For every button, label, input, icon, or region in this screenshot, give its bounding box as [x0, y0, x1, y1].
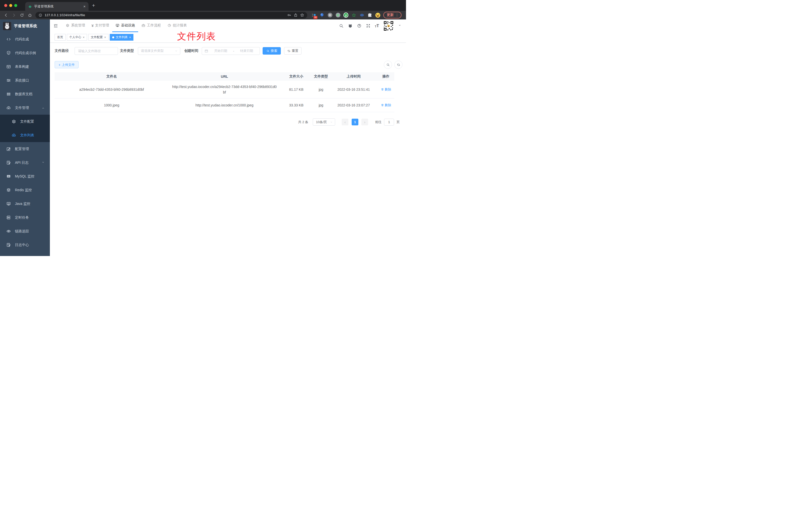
github-icon[interactable] — [348, 24, 353, 28]
close-icon[interactable]: × — [104, 36, 106, 39]
sidebar-item-code-generation[interactable]: 代码生成 — [0, 32, 50, 46]
sidebar-item-system-api[interactable]: 系统接口 — [0, 73, 50, 87]
new-tab-button[interactable]: + — [92, 3, 95, 8]
chevron-up-icon — [41, 106, 45, 110]
site-info-icon[interactable] — [38, 13, 42, 17]
menu-item-workflow[interactable]: 工作流程 — [138, 20, 164, 32]
forward-icon[interactable] — [10, 12, 17, 19]
sidebar-item-api-log[interactable]: API 日志 — [0, 156, 50, 170]
extension-command-icon[interactable]: ⌘ — [327, 13, 332, 18]
sidebar-item-file-list[interactable]: 文件列表 — [0, 128, 50, 142]
extension-diamond-icon[interactable]: 11 — [312, 13, 316, 18]
page-unit-label: 页 — [397, 120, 400, 124]
sidebar-item-scheduled-tasks[interactable]: 定时任务 — [0, 211, 50, 224]
browser-tab[interactable]: 芋道管理系统 × — [25, 2, 89, 11]
browser-update-button[interactable]: 更新 ⋮ — [383, 12, 402, 19]
log-edit-icon — [6, 243, 11, 247]
password-key-icon[interactable] — [287, 13, 291, 17]
extension-badge: 11 — [314, 16, 317, 19]
window-close-button[interactable] — [4, 4, 7, 7]
rabbit-logo-icon — [3, 22, 11, 30]
prev-page-button[interactable]: ‹ — [342, 119, 348, 125]
extension-balloon-icon[interactable] — [319, 13, 324, 18]
sidebar-item-mysql-monitor[interactable]: MySQL 监控 — [0, 170, 50, 183]
window-zoom-button[interactable] — [14, 4, 17, 7]
table-tools — [384, 61, 403, 69]
sidebar-item-form-builder[interactable]: 表单构建 — [0, 60, 50, 73]
avatar-caret-down-icon[interactable] — [398, 24, 402, 28]
upload-file-button[interactable]: + 上传文件 — [55, 61, 79, 68]
end-date-input[interactable]: 结束日期 — [236, 49, 257, 53]
menu-item-infrastructure[interactable]: 基础设施 — [112, 20, 138, 32]
close-icon[interactable]: × — [83, 36, 85, 39]
cell-filename: 1000.jpeg — [55, 103, 169, 107]
next-page-button[interactable]: › — [361, 119, 368, 125]
sidebar-item-java-monitor[interactable]: Java 监控 — [0, 197, 50, 211]
menu-item-system[interactable]: 系统管理 — [62, 20, 88, 32]
tab-close-icon[interactable]: × — [83, 4, 86, 8]
app: 芋道管理系统 代码生成 代码生成示例 表单构建 系统接口 数据库文档 — [0, 20, 406, 256]
menu-item-payment[interactable]: ¥ 支付管理 — [88, 20, 112, 32]
home-icon[interactable] — [26, 12, 33, 19]
sidebar-item-file-config[interactable]: 文件配置 — [0, 115, 50, 128]
extensions-row: 11 ⌘ y 更新 ⋮ — [312, 12, 402, 19]
delete-button[interactable]: 删除 — [381, 87, 391, 92]
red-annotation-text: 文件列表 — [177, 32, 216, 41]
window-controls — [0, 4, 21, 7]
gear-icon — [66, 24, 69, 27]
extension-eye-icon[interactable] — [359, 13, 364, 18]
page-number-1[interactable]: 1 — [352, 119, 358, 125]
toggle-search-button[interactable] — [384, 61, 392, 69]
search-button[interactable]: 搜索 — [263, 47, 281, 55]
sidebar-item-code-example[interactable]: 代码生成示例 — [0, 46, 50, 60]
avatar-qr-code[interactable] — [383, 21, 394, 31]
file-type-select[interactable]: 请选择文件类型 — [138, 47, 180, 55]
delete-button[interactable]: 删除 — [381, 103, 391, 108]
close-icon[interactable]: × — [129, 36, 131, 39]
cell-url: http://test.yudao.iocoder.cn/a294ecb2-73… — [169, 84, 280, 95]
address-bar[interactable]: 127.0.0.1:1024/infra/file/file — [35, 12, 307, 19]
start-date-input[interactable]: 开始日期 — [210, 49, 231, 53]
file-path-input[interactable] — [75, 47, 118, 55]
sidebar-logo[interactable]: 芋道管理系统 — [0, 20, 50, 32]
tag-file-config[interactable]: 文件配置× — [88, 34, 109, 41]
browser-profile-avatar[interactable] — [375, 13, 380, 18]
tag-profile[interactable]: 个人中心× — [67, 34, 87, 41]
sidebar-submenu-file: 文件配置 文件列表 — [0, 115, 50, 142]
browser-menu-icon[interactable]: ⋮ — [395, 13, 399, 17]
sidebar-item-file-management[interactable]: 文件管理 — [0, 101, 50, 115]
bookmark-star-icon[interactable] — [300, 13, 304, 17]
extension-green-dot-icon[interactable] — [336, 13, 340, 18]
jump-page-input[interactable] — [384, 119, 394, 126]
reload-icon[interactable] — [19, 12, 25, 19]
schedule-icon — [6, 215, 11, 220]
font-size-icon[interactable]: TT — [375, 24, 379, 28]
refresh-table-button[interactable] — [394, 61, 403, 69]
window-minimize-button[interactable] — [9, 4, 12, 7]
extension-y-icon[interactable]: y — [343, 13, 348, 18]
extensions-puzzle-icon[interactable] — [367, 13, 372, 18]
extension-green-star-icon[interactable] — [351, 13, 356, 18]
sidebar-item-config-management[interactable]: 配置管理 — [0, 142, 50, 156]
menu-item-reports[interactable]: 统计报表 — [164, 20, 190, 32]
fullscreen-icon[interactable] — [366, 24, 371, 28]
sidebar-item-log-center[interactable]: 日志中心 — [0, 238, 50, 252]
database-grid-icon — [6, 92, 11, 96]
sidebar-item-redis-monitor[interactable]: Redis 监控 — [0, 183, 50, 197]
layers-icon — [6, 188, 11, 192]
sidebar-collapse-icon[interactable] — [53, 23, 58, 28]
back-icon[interactable] — [2, 12, 9, 19]
help-icon[interactable] — [357, 24, 361, 28]
eye-icon — [6, 229, 11, 234]
tag-home[interactable]: 首页 — [55, 34, 66, 41]
url-text[interactable]: 127.0.0.1:1024/infra/file/file — [45, 13, 285, 17]
search-icon[interactable] — [339, 24, 344, 28]
page-size-select[interactable]: 10条/页 — [313, 118, 335, 126]
share-icon[interactable] — [293, 13, 298, 17]
tag-file-list[interactable]: 文件列表× — [110, 34, 134, 41]
cell-url: http://test.yudao.iocoder.cn/1000.jpeg — [169, 102, 280, 108]
date-range-picker[interactable]: 开始日期 - 结束日期 — [202, 47, 260, 55]
reset-button[interactable]: 重置 — [284, 47, 301, 55]
sidebar-item-trace[interactable]: 链路追踪 — [0, 224, 50, 238]
sidebar-item-db-doc[interactable]: 数据库文档 — [0, 87, 50, 101]
